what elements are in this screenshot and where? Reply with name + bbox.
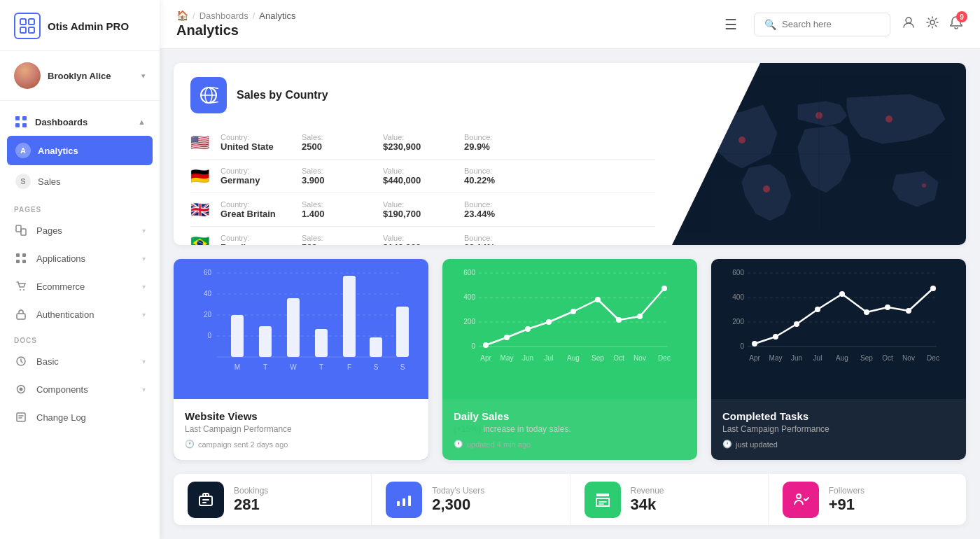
stat-followers-text: Followers +91 — [829, 486, 864, 514]
table-row: 🇺🇸 Country: United State Sales: 2500 Val… — [190, 126, 655, 160]
hamburger-icon[interactable]: ☰ — [724, 16, 737, 33]
svg-rect-41 — [231, 315, 244, 357]
breadcrumb-sep1: / — [192, 10, 195, 21]
sidebar-item-pages[interactable]: Pages ▾ — [0, 216, 160, 244]
home-icon: 🏠 — [176, 10, 188, 21]
sidebar-item-components[interactable]: Components ▾ — [0, 375, 160, 403]
sidebar-item-authentication[interactable]: Authentication ▾ — [0, 300, 160, 328]
dashboard-icon — [14, 115, 28, 129]
col-value: United State — [220, 141, 290, 152]
pages-icon — [14, 223, 28, 237]
svg-rect-1 — [29, 19, 34, 24]
svg-text:Jun: Jun — [791, 354, 802, 362]
basic-icon — [14, 354, 28, 368]
stat-today-users: Today's Users 2,300 — [372, 474, 570, 525]
svg-text:400: 400 — [463, 293, 475, 301]
svg-text:Oct: Oct — [613, 354, 624, 362]
svg-point-27 — [886, 115, 892, 122]
app-name: Otis Admin PRO — [48, 20, 129, 32]
stat-today-users-text: Today's Users 2,300 — [432, 486, 484, 514]
svg-point-90 — [773, 334, 778, 340]
breadcrumb-dashboards[interactable]: Dashboards — [200, 10, 248, 21]
page-title: Analytics — [176, 22, 713, 38]
svg-rect-47 — [396, 307, 409, 357]
sales-country-card: Sales by Country 🇺🇸 Country: United Stat… — [174, 63, 966, 245]
sidebar-label-dashboards: Dashboards — [35, 117, 131, 127]
user-icon[interactable] — [902, 15, 916, 33]
svg-point-96 — [906, 308, 911, 314]
ecommerce-icon — [14, 279, 28, 293]
sidebar-item-sales[interactable]: S Sales — [7, 167, 153, 196]
world-map-svg — [686, 77, 952, 231]
svg-point-70 — [637, 314, 643, 319]
line-chart-svg-green: 600 400 200 0 — [454, 259, 686, 378]
sidebar-label-applications: Applications — [36, 253, 134, 264]
svg-point-97 — [930, 286, 936, 291]
svg-rect-8 — [16, 225, 21, 232]
svg-rect-4 — [15, 116, 20, 120]
col-label: Value: — [383, 133, 453, 141]
col-value-br: Value: $143,960 — [383, 234, 453, 245]
completed-tasks-title: Completed Tasks — [722, 410, 955, 422]
svg-rect-11 — [22, 253, 26, 257]
svg-point-14 — [20, 289, 21, 290]
svg-rect-109 — [202, 502, 206, 503]
sidebar-item-applications[interactable]: Applications ▾ — [0, 244, 160, 272]
followers-icon — [783, 482, 819, 518]
col-label: Country: — [220, 133, 290, 141]
sidebar-label-basic: Basic — [36, 356, 134, 367]
col-country-de: Country: Germany — [220, 167, 290, 186]
svg-rect-16 — [17, 314, 25, 319]
sidebar-item-basic[interactable]: Basic ▾ — [0, 347, 160, 375]
completed-tasks-info: Completed Tasks Last Campaign Performanc… — [711, 399, 966, 460]
sidebar-label-authentication: Authentication — [36, 309, 134, 320]
charts-row: 60 40 20 0 — [174, 259, 966, 460]
sales-left: Sales by Country 🇺🇸 Country: United Stat… — [174, 63, 672, 245]
svg-point-18 — [20, 388, 23, 391]
svg-point-22 — [930, 20, 934, 24]
sidebar-item-ecommerce[interactable]: Ecommerce ▾ — [0, 272, 160, 300]
svg-rect-10 — [16, 253, 20, 257]
col-value-de: Value: $440,000 — [383, 167, 453, 186]
stat-followers: Followers +91 — [769, 474, 966, 525]
notification-icon[interactable]: 9 — [949, 15, 963, 33]
col-bounce-br: Bounce: 32.14% — [464, 234, 534, 245]
svg-text:Jul: Jul — [813, 354, 822, 362]
sidebar-label-changelog: Change Log — [36, 412, 146, 423]
search-input[interactable] — [782, 19, 880, 29]
svg-point-67 — [570, 309, 576, 314]
col-value: 29.9% — [464, 141, 534, 152]
stat-revenue-text: Revenue 34k — [631, 486, 664, 514]
svg-text:600: 600 — [732, 269, 744, 276]
svg-point-28 — [763, 186, 770, 192]
header: 🏠 / Dashboards / Analytics Analytics ☰ 🔍… — [160, 0, 980, 49]
sidebar-item-dashboards[interactable]: Dashboards ▲ — [0, 108, 160, 136]
breadcrumb-sep2: / — [253, 10, 255, 21]
today-users-icon — [386, 482, 422, 518]
sidebar-item-changelog[interactable]: Change Log — [0, 403, 160, 431]
svg-text:Dec: Dec — [927, 354, 939, 362]
svg-point-71 — [662, 286, 667, 291]
col-label: Bounce: — [464, 133, 534, 141]
svg-point-25 — [738, 136, 746, 144]
svg-text:Jun: Jun — [522, 354, 533, 362]
settings-icon[interactable] — [925, 15, 939, 33]
user-name: Brooklyn Alice — [48, 71, 111, 81]
svg-rect-0 — [20, 19, 26, 24]
svg-rect-20 — [17, 413, 25, 421]
user-profile[interactable]: Brooklyn Alice ▾ — [0, 51, 160, 101]
website-views-title: Website Views — [185, 410, 417, 422]
svg-rect-7 — [22, 123, 27, 127]
svg-point-93 — [839, 291, 845, 297]
svg-point-91 — [794, 321, 799, 327]
daily-sales-highlight: (+15%) — [454, 424, 481, 434]
svg-rect-46 — [370, 337, 382, 357]
svg-text:S: S — [374, 363, 379, 371]
daily-sales-card: 600 400 200 0 — [442, 259, 697, 460]
sidebar-item-analytics[interactable]: A Analytics — [7, 136, 153, 165]
website-views-chart: 60 40 20 0 — [174, 259, 428, 399]
svg-point-113 — [797, 494, 801, 498]
stat-revenue: Revenue 34k — [570, 474, 769, 525]
svg-text:Oct: Oct — [882, 354, 893, 362]
col-country-br: Country: Brasil — [220, 234, 290, 245]
